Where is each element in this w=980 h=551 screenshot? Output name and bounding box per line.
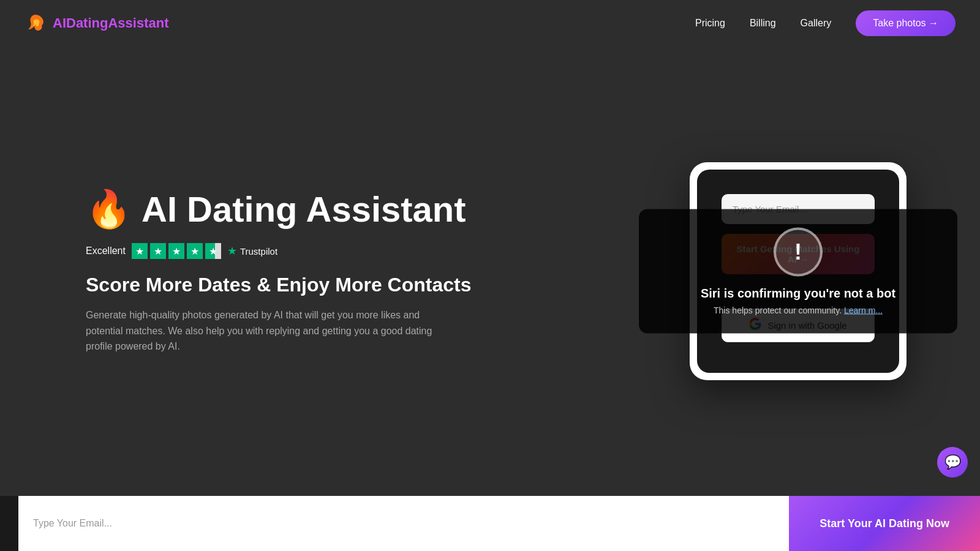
star-3: ★ <box>168 243 184 259</box>
trustpilot-label: Trustpilot <box>240 246 277 257</box>
captcha-icon: ! <box>774 227 823 276</box>
nav-billing[interactable]: Billing <box>750 18 776 29</box>
bottom-bar: Start Your AI Dating Now <box>0 496 980 551</box>
nav-gallery[interactable]: Gallery <box>801 18 832 29</box>
bottom-email-input[interactable] <box>18 496 789 551</box>
nav-pricing[interactable]: Pricing <box>695 18 725 29</box>
trustpilot-logo: ★ Trustpilot <box>227 244 277 258</box>
chat-bubble-button[interactable]: 💬 <box>937 447 968 478</box>
captcha-overlay: ! Siri is confirming you're not a bot Th… <box>639 209 957 333</box>
trustpilot-icon: ★ <box>227 244 237 258</box>
logo-area[interactable]: AIDatingAssistant <box>24 12 168 34</box>
bottom-start-button[interactable]: Start Your AI Dating Now <box>789 496 980 551</box>
left-section: 🔥 AI Dating Assistant Excellent ★ ★ ★ ★ … <box>86 187 471 354</box>
logo-text: AIDatingAssistant <box>53 15 168 31</box>
captcha-title: Siri is confirming you're not a bot <box>669 286 927 300</box>
hero-subtitle: Score More Dates & Enjoy More Contacts <box>86 274 471 296</box>
star-4: ★ <box>187 243 203 259</box>
star-2: ★ <box>150 243 166 259</box>
captcha-learn-more[interactable]: Learn m... <box>844 305 883 315</box>
main-content: 🔥 AI Dating Assistant Excellent ★ ★ ★ ★ … <box>0 46 980 496</box>
stars-container: ★ ★ ★ ★ ★ <box>132 243 221 259</box>
hero-title: 🔥 AI Dating Assistant <box>86 187 471 231</box>
header: AIDatingAssistant Pricing Billing Galler… <box>0 0 980 46</box>
hero-description: Generate high-quality photos generated b… <box>86 307 441 354</box>
captcha-description: This helps protect our community. Learn … <box>669 305 927 315</box>
right-card-wrapper: Start Getting Matches Using AI → or <box>690 162 907 380</box>
star-1: ★ <box>132 243 148 259</box>
chat-icon: 💬 <box>944 454 961 470</box>
take-photos-button[interactable]: Take photos → <box>856 10 956 36</box>
star-5: ★ <box>205 243 221 259</box>
logo-icon <box>24 12 47 34</box>
hero-title-text: AI Dating Assistant <box>141 190 466 229</box>
nav-links: Pricing Billing Gallery Take photos → <box>695 10 956 36</box>
trustpilot-row: Excellent ★ ★ ★ ★ ★ ★ Trustpilot <box>86 243 471 259</box>
excellent-text: Excellent <box>86 246 126 257</box>
fire-icon: 🔥 <box>86 187 132 231</box>
